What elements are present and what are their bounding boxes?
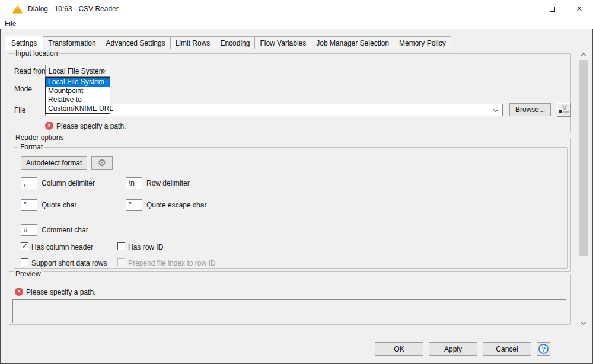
has-column-header-label: Has column header	[31, 243, 93, 251]
help-icon: ?	[538, 344, 549, 354]
prepend-file-index-checkbox	[117, 258, 125, 266]
title-bar: Dialog - 10:63 - CSV Reader ×	[0, 0, 593, 18]
dropdown-option-mountpoint[interactable]: Mountpoint	[46, 87, 110, 95]
file-label: File	[14, 106, 25, 114]
error-icon: ×	[45, 122, 53, 130]
has-row-id-checkbox[interactable]	[117, 242, 125, 250]
help-button[interactable]: ?	[537, 342, 550, 356]
tab-flow-variables[interactable]: Flow Variables	[254, 36, 311, 49]
support-short-data-rows-checkbox[interactable]	[21, 258, 28, 266]
read-from-combobox[interactable]: Local File System	[45, 65, 110, 77]
tab-job-manager-selection[interactable]: Job Manager Selection	[311, 36, 394, 49]
dropdown-option-custom-knime-url[interactable]: Custom/KNIME URL	[46, 104, 110, 113]
chevron-up-icon	[581, 53, 585, 58]
prepend-file-index-label: Prepend file index to row ID	[128, 259, 215, 267]
close-button[interactable]: ×	[566, 0, 593, 18]
csv-reader-dialog: Dialog - 10:63 - CSV Reader × File Setti…	[0, 0, 593, 364]
file-path-combobox[interactable]	[45, 104, 503, 116]
column-delimiter-label: Column delimiter	[42, 179, 95, 187]
minimize-button[interactable]	[511, 0, 538, 18]
row-delimiter-label: Row delimiter	[146, 179, 190, 187]
menu-bar: File	[0, 18, 593, 29]
browse-button[interactable]: Browse...	[509, 103, 551, 116]
preview-error-message: Please specify a path.	[26, 288, 95, 296]
chevron-down-icon	[493, 107, 498, 111]
window-title: Dialog - 10:63 - CSV Reader	[28, 5, 119, 13]
mode-label: Mode	[14, 85, 32, 93]
vertical-scrollbar[interactable]	[578, 49, 588, 328]
reader-options-legend: Reader options	[14, 133, 65, 142]
dropdown-option-local-file-system[interactable]: Local File System	[46, 78, 110, 87]
quote-char-input[interactable]	[21, 199, 37, 211]
format-group: Format Autodetect format ⚙ Column delimi…	[14, 147, 568, 269]
scroll-up-button[interactable]	[578, 49, 588, 59]
cancel-button[interactable]: Cancel	[483, 342, 531, 356]
tab-settings[interactable]: Settings	[5, 36, 43, 50]
tab-advanced-settings[interactable]: Advanced Settings	[101, 36, 171, 49]
maximize-icon	[550, 7, 555, 12]
path-error-message: Please specify a path.	[56, 122, 126, 130]
tab-encoding[interactable]: Encoding	[215, 36, 255, 49]
scroll-down-button[interactable]	[578, 318, 588, 328]
maximize-button[interactable]	[538, 0, 566, 18]
read-from-dropdown-list: Local File System Mountpoint Relative to…	[45, 77, 110, 114]
column-delimiter-input[interactable]	[21, 177, 37, 189]
settings-panel: Input location Read from Local File Syst…	[5, 49, 588, 328]
input-location-group: Input location Read from Local File Syst…	[9, 53, 571, 133]
format-legend: Format	[18, 143, 44, 151]
tab-transformation[interactable]: Transformation	[43, 36, 101, 49]
dropdown-option-relative-to[interactable]: Relative to	[46, 95, 110, 104]
close-icon: ×	[576, 4, 582, 14]
quote-escape-char-input[interactable]	[126, 199, 142, 211]
preview-table-area	[12, 299, 566, 323]
tab-strip: Settings Transformation Advanced Setting…	[5, 36, 451, 49]
preview-legend: Preview	[14, 270, 43, 278]
autodetect-settings-button[interactable]: ⚙	[91, 156, 113, 170]
support-short-data-rows-label: Support short data rows	[31, 259, 107, 267]
read-from-value: Local File System	[49, 67, 105, 75]
minimize-icon	[522, 9, 528, 9]
tab-memory-policy[interactable]: Memory Policy	[394, 36, 451, 49]
menu-file[interactable]: File	[0, 20, 21, 28]
read-from-label: Read from	[14, 67, 47, 75]
error-icon: ×	[15, 288, 23, 296]
comment-char-label: Comment char	[42, 226, 88, 234]
gear-icon: ⚙	[98, 157, 106, 168]
flow-variable-icon: V	[562, 104, 567, 112]
reader-options-group: Reader options Format Autodetect format …	[9, 138, 571, 272]
scrollbar-thumb[interactable]	[579, 60, 588, 256]
has-row-id-label: Has row ID	[128, 243, 163, 251]
row-delimiter-input[interactable]	[126, 177, 142, 189]
flow-variable-button[interactable]: V	[557, 103, 571, 117]
apply-button[interactable]: Apply	[429, 342, 477, 356]
input-location-legend: Input location	[14, 49, 59, 58]
tab-limit-rows[interactable]: Limit Rows	[170, 36, 216, 49]
comment-char-input[interactable]	[21, 224, 37, 236]
quote-escape-char-label: Quote escape char	[146, 201, 206, 209]
quote-char-label: Quote char	[42, 201, 76, 209]
chevron-down-icon	[581, 320, 585, 324]
has-column-header-checkbox[interactable]	[21, 242, 28, 250]
ok-button[interactable]: OK	[375, 342, 423, 356]
preview-group: Preview × Please specify a path.	[9, 274, 571, 325]
warning-icon	[12, 5, 23, 14]
autodetect-format-button[interactable]: Autodetect format	[21, 156, 87, 170]
